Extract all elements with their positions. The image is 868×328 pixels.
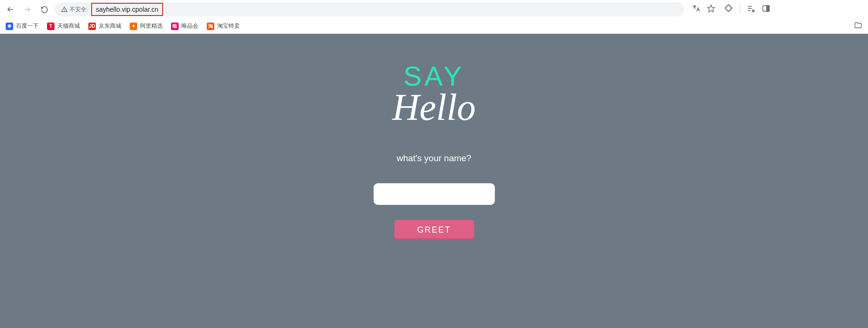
address-bar[interactable]: 不安全 sayhello.vip.cpolar.cn — [55, 2, 684, 16]
bookmark-item-1[interactable]: T天猫商城 — [47, 22, 80, 30]
security-badge[interactable]: 不安全 — [61, 6, 86, 14]
warning-icon — [61, 6, 68, 13]
security-text: 不安全 — [70, 6, 86, 14]
svg-rect-8 — [767, 6, 769, 11]
back-button[interactable] — [4, 3, 17, 16]
playlist-icon[interactable] — [747, 4, 755, 15]
forward-button[interactable] — [21, 3, 34, 16]
prompt-label: what's your name? — [397, 153, 471, 164]
bookmark-star-icon[interactable] — [707, 4, 715, 15]
bookmark-item-0[interactable]: ❋百度一下 — [6, 22, 39, 30]
bookmark-icon: 唯 — [171, 23, 179, 30]
browser-toolbar: 不安全 sayhello.vip.cpolar.cn — [0, 0, 868, 19]
bookmark-item-5[interactable]: 淘淘宝特卖 — [207, 22, 240, 30]
extensions-icon[interactable] — [725, 4, 733, 15]
bookmarks-bar: ❋百度一下T天猫商城JD京东商城✦阿里精选唯唯品会淘淘宝特卖 — [0, 19, 868, 34]
bookmark-icon: T — [47, 23, 55, 30]
bookmark-item-3[interactable]: ✦阿里精选 — [130, 22, 163, 30]
bookmark-icon: JD — [88, 23, 96, 30]
bookmark-label: 唯品会 — [181, 22, 198, 30]
svg-point-1 — [64, 11, 65, 11]
svg-marker-2 — [708, 5, 715, 12]
bookmark-label: 阿里精选 — [140, 22, 163, 30]
bookmark-icon: ✦ — [130, 23, 137, 30]
divider — [740, 5, 740, 14]
bookmark-icon: ❋ — [6, 23, 13, 30]
toolbar-right — [688, 4, 774, 15]
sidepanel-icon[interactable] — [762, 4, 770, 15]
logo-line2: Hello — [392, 86, 476, 129]
all-bookmarks-icon[interactable] — [854, 21, 862, 31]
bookmark-icon: 淘 — [207, 23, 214, 30]
bookmark-label: 京东商城 — [99, 22, 121, 30]
bookmark-label: 百度一下 — [16, 22, 39, 30]
bookmark-item-4[interactable]: 唯唯品会 — [171, 22, 198, 30]
reload-button[interactable] — [38, 3, 51, 16]
bookmark-label: 天猫商城 — [57, 22, 80, 30]
page-content: SAY Hello what's your name? GREET — [0, 34, 868, 328]
url-text: sayhello.vip.cpolar.cn — [91, 3, 163, 16]
name-input[interactable] — [374, 183, 495, 205]
bookmark-label: 淘宝特卖 — [217, 22, 240, 30]
greet-button[interactable]: GREET — [394, 220, 474, 240]
translate-icon[interactable] — [692, 4, 700, 15]
bookmark-item-2[interactable]: JD京东商城 — [88, 22, 121, 30]
